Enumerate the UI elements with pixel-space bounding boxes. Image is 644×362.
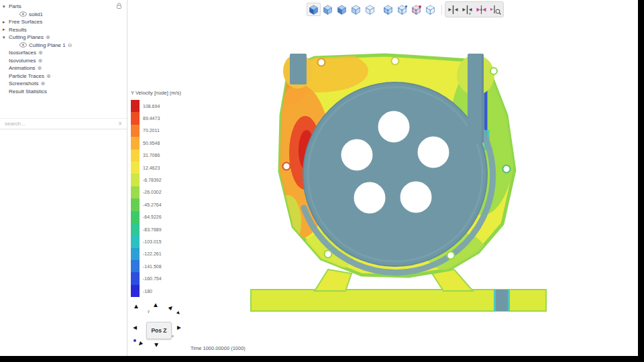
tree-item-isovolumes[interactable]: Isovolumes⊕ <box>0 57 127 65</box>
add-icon[interactable]: ⊕ <box>38 58 42 64</box>
rotate-right-arrow-icon[interactable]: ▲ <box>176 324 182 331</box>
render-viewport[interactable]: z Y Velocity [node] (m/s) 108.69489.4473… <box>127 0 638 356</box>
tree-item-label: Screenshots <box>9 80 38 86</box>
tree-item-results[interactable]: ▸Results <box>0 26 127 34</box>
base-plate <box>251 290 546 311</box>
surface-mesh-view-icon[interactable] <box>381 3 395 16</box>
origin-dot <box>133 339 136 342</box>
legend-color-swatch <box>131 186 140 198</box>
add-icon[interactable]: ⊕ <box>46 34 50 40</box>
legend-color-swatch <box>131 125 140 137</box>
chevron-down-icon[interactable]: ▾ <box>3 35 9 40</box>
legend-value-label: -141.508 <box>143 264 162 269</box>
add-icon[interactable]: ⊕ <box>40 80 45 86</box>
surface-mesh-red-icon[interactable] <box>409 3 423 16</box>
legend-color-swatch <box>131 137 140 149</box>
tree-item-solid1[interactable]: solid1 <box>0 11 127 19</box>
scene-tree: ▾Partssolid1▸Free Surfaces▸Results▾Cutti… <box>0 3 127 95</box>
rotate-up-arrow-icon[interactable]: ▲ <box>152 302 159 308</box>
legend-value-label: 70.2011 <box>143 128 160 133</box>
chevron-down-icon[interactable]: ▾ <box>3 4 9 9</box>
legend-row: -83.7689 <box>131 223 181 235</box>
translucent-view-icon[interactable] <box>349 3 363 16</box>
pan-up-left-arrow-icon[interactable]: ▲ <box>133 303 140 310</box>
legend-row: -160.754 <box>131 272 181 284</box>
tree-item-parts[interactable]: ▾Parts <box>0 3 127 11</box>
sidebar: ▾Partssolid1▸Free Surfaces▸Results▾Cutti… <box>0 0 127 356</box>
legend-value-label: -103.015 <box>143 239 162 244</box>
plane-zoom-icon[interactable] <box>488 3 502 16</box>
legend-row: 70.2011 <box>131 125 181 137</box>
chevron-right-icon[interactable]: ▸ <box>3 27 9 32</box>
tree-item-cutting-plane-1[interactable]: Cutting Plane 1⊖ <box>0 42 127 50</box>
legend-value-label: -122.261 <box>143 251 162 256</box>
tree-item-cutting-planes[interactable]: ▾Cutting Planes⊕ <box>0 34 127 42</box>
roll-arrow-icon[interactable]: ▲ <box>174 309 182 316</box>
tree-item-result-statistics[interactable]: Result Statistics <box>0 88 127 96</box>
rotate-up-right-arrow-icon[interactable]: ▲ <box>166 303 176 312</box>
tree-item-label: solid1 <box>29 11 43 17</box>
surface-mesh-outline-icon[interactable] <box>423 3 437 16</box>
tree-item-label: Cutting Planes <box>9 34 44 40</box>
legend-color-swatch <box>131 174 140 186</box>
legend-color-swatch <box>131 162 140 174</box>
tree-item-animations[interactable]: Animations⊕ <box>0 64 127 72</box>
add-icon[interactable]: ⊕ <box>46 73 51 79</box>
pump-section-render <box>248 51 551 318</box>
add-icon[interactable]: ⊕ <box>38 50 43 56</box>
toolbar-group-mesh-modes <box>380 2 438 17</box>
solid-view-icon[interactable] <box>307 3 321 16</box>
legend-value-label: -160.754 <box>143 276 162 281</box>
tree-item-isosurfaces[interactable]: Isosurfaces⊕ <box>0 49 127 57</box>
rotate-down-left-arrow-icon[interactable]: ▲ <box>136 339 145 349</box>
smooth-shade-view-icon[interactable] <box>321 3 335 16</box>
legend-value-label: 50.9548 <box>143 141 160 145</box>
legend-value-label: 31.7086 <box>143 153 160 158</box>
model-canvas[interactable] <box>248 51 551 320</box>
legend-row: 89.4473 <box>131 112 181 124</box>
legend-color-swatch <box>131 260 140 272</box>
time-readout: Time 1000.00000 (1000) <box>191 345 246 351</box>
tree-item-label: Animations <box>9 65 36 71</box>
chevron-right-icon[interactable]: ▸ <box>3 19 9 25</box>
clear-search-icon[interactable]: × <box>118 121 122 127</box>
toolbar-group-cutting-plane-tools: z <box>445 1 504 17</box>
y-axis-label: y <box>148 309 150 313</box>
legend-value-label: -45.2764 <box>143 202 162 207</box>
tree-item-label: Particle Traces <box>9 73 44 79</box>
legend-color-swatch <box>131 285 140 297</box>
x-axis-label: x <box>172 334 174 338</box>
legend-row: -26.0302 <box>131 186 181 198</box>
tree-item-particle-traces[interactable]: Particle Traces⊕ <box>0 72 127 80</box>
flat-shade-view-icon[interactable] <box>335 3 349 16</box>
remove-icon[interactable]: ⊖ <box>68 42 72 48</box>
rotate-left-arrow-icon[interactable]: ▲ <box>131 324 138 331</box>
visibility-eye-icon[interactable] <box>19 42 27 48</box>
tree-item-label: Free Surfaces <box>9 19 42 25</box>
snap-plane-icon[interactable] <box>446 3 460 16</box>
tree-item-label: Isosurfaces <box>9 50 36 56</box>
tree-item-free-surfaces[interactable]: ▸Free Surfaces <box>0 18 127 26</box>
rotate-down-arrow-icon[interactable]: ▲ <box>153 342 160 349</box>
legend-color-swatch <box>131 235 140 247</box>
legend-value-label: 89.4473 <box>143 116 160 121</box>
lock-icon[interactable] <box>116 3 122 11</box>
flip-plane-icon[interactable] <box>474 3 488 16</box>
visibility-eye-icon[interactable] <box>19 11 27 17</box>
search-input[interactable] <box>5 121 118 127</box>
surface-mesh-edges-icon[interactable] <box>395 3 409 16</box>
pos-z-button[interactable]: Pos Z <box>146 322 172 339</box>
legend-value-label: -6.78392 <box>143 178 162 182</box>
add-icon[interactable]: ⊕ <box>38 65 42 71</box>
tree-item-label: Results <box>9 27 27 33</box>
orientation-widget[interactable]: ▲ ▲ ▲ ▲ ▲ ▲ ▲ ▲ y x Pos Z <box>131 302 186 351</box>
legend-color-swatch <box>131 223 140 235</box>
legend-color-swatch <box>131 272 140 284</box>
legend-row: -45.2764 <box>131 198 181 210</box>
outline-view-icon[interactable] <box>363 3 377 16</box>
tree-item-screenshots[interactable]: Screenshots⊕ <box>0 80 127 88</box>
legend-value-label: -83.7689 <box>143 227 162 232</box>
legend-value-label: -64.5226 <box>143 215 162 219</box>
legend-row: 50.9548 <box>131 137 181 149</box>
snap-plane-axis-icon[interactable]: z <box>460 3 474 16</box>
